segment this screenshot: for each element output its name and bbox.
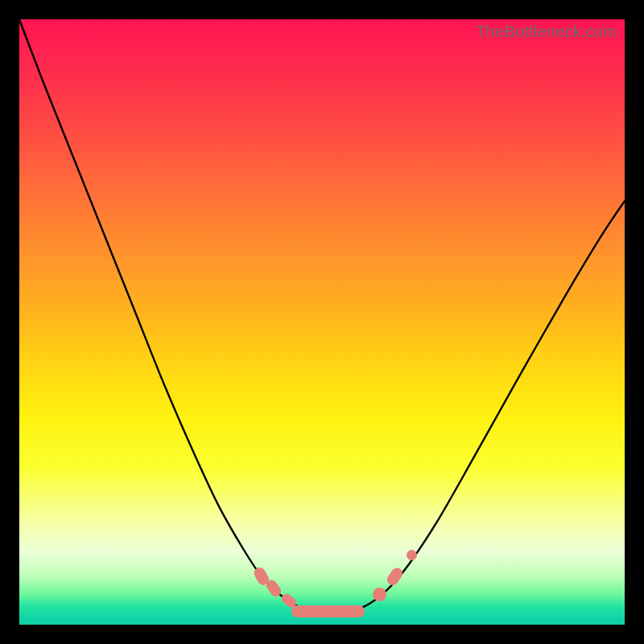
plot-area: TheBottleneck.com [19, 19, 625, 625]
marker-bottom-bar [291, 605, 364, 617]
outer-frame: TheBottleneck.com [0, 0, 644, 644]
v-curve [19, 19, 625, 625]
marker-right-dot-low [373, 588, 386, 601]
